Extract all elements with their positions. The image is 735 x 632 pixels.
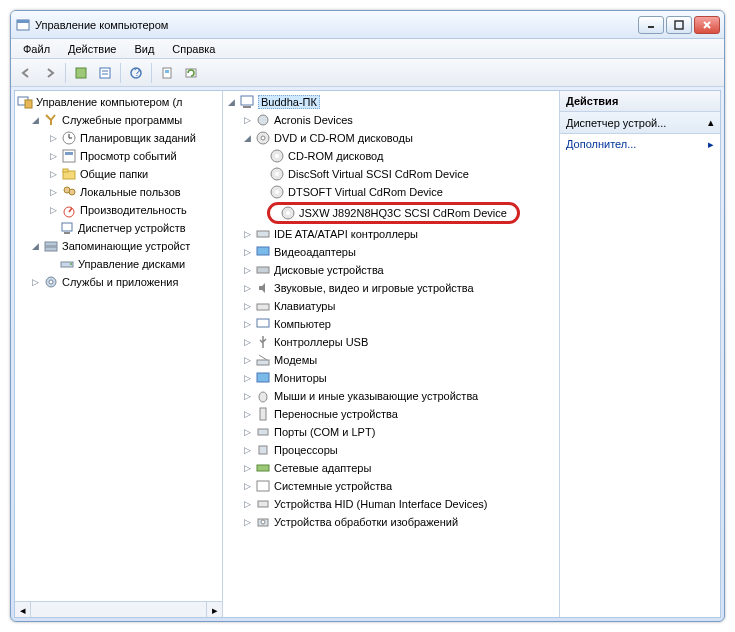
disk-icon	[255, 262, 271, 278]
dev-network[interactable]: ▷Сетевые адаптеры	[225, 459, 557, 477]
dev-portable[interactable]: ▷Переносные устройства	[225, 405, 557, 423]
tb-icon-help[interactable]: ?	[125, 62, 147, 84]
close-button[interactable]	[694, 16, 720, 34]
left-root[interactable]: Управление компьютером (л	[17, 93, 220, 111]
left-performance[interactable]: ▷ Производительность	[17, 201, 220, 219]
svg-rect-28	[62, 223, 72, 231]
modem-icon	[255, 352, 271, 368]
dev-mice[interactable]: ▷Мыши и иные указывающие устройства	[225, 387, 557, 405]
actions-more[interactable]: Дополнител... ▸	[560, 134, 720, 155]
dev-discsoft[interactable]: DiscSoft Virtual SCSI CdRom Device	[225, 165, 557, 183]
expander-icon[interactable]: ◢	[241, 132, 253, 144]
maximize-button[interactable]	[666, 16, 692, 34]
chevron-right-icon: ▸	[708, 138, 714, 151]
titlebar: Управление компьютером	[11, 11, 724, 39]
tb-icon-refresh[interactable]	[180, 62, 202, 84]
content-area: Управление компьютером (л ◢ Служебные пр…	[14, 90, 721, 618]
svg-rect-30	[45, 242, 57, 246]
dev-imaging[interactable]: ▷Устройства обработки изображений	[225, 513, 557, 531]
expander-icon[interactable]: ▷	[47, 204, 59, 216]
dev-computer[interactable]: ▷Компьютер	[225, 315, 557, 333]
left-systools[interactable]: ◢ Служебные программы	[17, 111, 220, 129]
svg-rect-60	[257, 465, 269, 471]
left-storage[interactable]: ◢ Запоминающие устройст	[17, 237, 220, 255]
dev-cdrom[interactable]: CD-ROM дисковод	[225, 147, 557, 165]
expander-icon[interactable]: ◢	[29, 114, 41, 126]
dev-usb[interactable]: ▷Контроллеры USB	[225, 333, 557, 351]
window-title: Управление компьютером	[35, 19, 638, 31]
tb-icon-1[interactable]	[70, 62, 92, 84]
scroll-right[interactable]: ▸	[206, 602, 222, 617]
left-localusers[interactable]: ▷ Локальные пользов	[17, 183, 220, 201]
hid-icon	[255, 496, 271, 512]
dev-dvd-category[interactable]: ◢DVD и CD-ROM дисководы	[225, 129, 557, 147]
menubar: Файл Действие Вид Справка	[11, 39, 724, 59]
dev-ide[interactable]: ▷IDE ATA/ATAPI контроллеры	[225, 225, 557, 243]
dev-audio[interactable]: ▷Звуковые, видео и игровые устройства	[225, 279, 557, 297]
expander-icon[interactable]: ▷	[47, 186, 59, 198]
svg-rect-16	[25, 100, 32, 108]
expander-icon[interactable]: ▷	[47, 132, 59, 144]
dev-disk[interactable]: ▷Дисковые устройства	[225, 261, 557, 279]
actions-header: Действия	[560, 91, 720, 112]
minimize-button[interactable]	[638, 16, 664, 34]
left-devicemanager[interactable]: Диспетчер устройств	[17, 219, 220, 237]
left-sharedfolders[interactable]: ▷ Общие папки	[17, 165, 220, 183]
dev-video[interactable]: ▷Видеоадаптеры	[225, 243, 557, 261]
back-button[interactable]	[15, 62, 37, 84]
expander-icon[interactable]: ▷	[47, 150, 59, 162]
expander-icon[interactable]: ▷	[47, 168, 59, 180]
tools-icon	[43, 112, 59, 128]
menu-action[interactable]: Действие	[60, 41, 124, 57]
svg-point-33	[70, 263, 72, 265]
left-diskmgmt[interactable]: Управление дисками	[17, 255, 220, 273]
actions-devmgr[interactable]: Диспетчер устрой... ▴	[560, 112, 720, 134]
svg-point-42	[275, 154, 279, 158]
tb-icon-scan[interactable]	[156, 62, 178, 84]
dev-hid[interactable]: ▷Устройства HID (Human Interface Devices…	[225, 495, 557, 513]
scroll-left[interactable]: ◂	[15, 602, 31, 617]
svg-rect-13	[165, 70, 169, 73]
svg-rect-21	[65, 152, 73, 155]
usb-icon	[255, 334, 271, 350]
menu-file[interactable]: Файл	[15, 41, 58, 57]
svg-rect-37	[243, 106, 251, 108]
svg-point-48	[286, 211, 290, 215]
expander-icon[interactable]: ◢	[225, 96, 237, 108]
svg-rect-52	[257, 304, 269, 310]
expander-icon[interactable]: ◢	[29, 240, 41, 252]
dev-acronis[interactable]: ▷Acronis Devices	[225, 111, 557, 129]
ide-icon	[255, 226, 271, 242]
device-icon	[255, 112, 271, 128]
dev-modems[interactable]: ▷Модемы	[225, 351, 557, 369]
cdrom-icon	[269, 184, 285, 200]
svg-rect-36	[241, 96, 253, 105]
tb-icon-properties[interactable]	[94, 62, 116, 84]
left-eventviewer[interactable]: ▷ Просмотр событий	[17, 147, 220, 165]
services-icon	[43, 274, 59, 290]
dvd-icon	[255, 130, 271, 146]
svg-rect-23	[63, 169, 68, 172]
dev-keyboard[interactable]: ▷Клавиатуры	[225, 297, 557, 315]
dev-ports[interactable]: ▷Порты (COM и LPT)	[225, 423, 557, 441]
menu-help[interactable]: Справка	[164, 41, 223, 57]
cpu-icon	[255, 442, 271, 458]
dev-system[interactable]: ▷Системные устройства	[225, 477, 557, 495]
dev-cpu[interactable]: ▷Процессоры	[225, 441, 557, 459]
svg-point-64	[261, 520, 265, 524]
storage-icon	[43, 238, 59, 254]
computer-icon	[255, 316, 271, 332]
left-scheduler[interactable]: ▷ Планировщик заданий	[17, 129, 220, 147]
forward-button[interactable]	[39, 62, 61, 84]
dev-root[interactable]: ◢ Buddha-ПК	[225, 93, 557, 111]
event-icon	[61, 148, 77, 164]
menu-view[interactable]: Вид	[126, 41, 162, 57]
expander-icon[interactable]: ▷	[29, 276, 41, 288]
dev-monitors[interactable]: ▷Мониторы	[225, 369, 557, 387]
users-icon	[61, 184, 77, 200]
port-icon	[255, 424, 271, 440]
svg-rect-58	[258, 429, 268, 435]
left-services[interactable]: ▷ Службы и приложения	[17, 273, 220, 291]
highlighted-device[interactable]: JSXW J892N8HQ3C SCSI CdRom Device	[267, 202, 520, 224]
dev-dtsoft[interactable]: DTSOFT Virtual CdRom Device	[225, 183, 557, 201]
